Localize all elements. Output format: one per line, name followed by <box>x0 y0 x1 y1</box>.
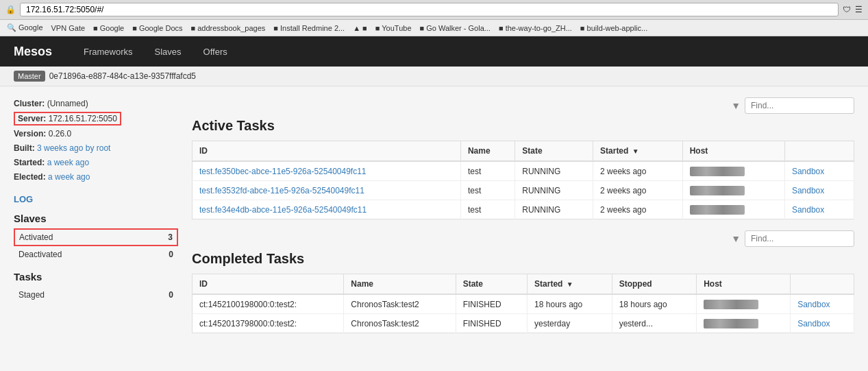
col-state[interactable]: State <box>515 141 593 162</box>
task-host-cell <box>682 200 784 219</box>
active-filter-icon: ▼ <box>731 100 741 111</box>
bookmark-buildweb[interactable]: ■ build-web-applic... <box>578 23 650 33</box>
bookmark-vpn[interactable]: VPN Gate <box>49 23 88 33</box>
built-row: Built: 3 weeks ago by root <box>14 142 178 154</box>
master-badge: Master <box>14 71 45 82</box>
comp-task-name-cell: ChronosTask:test2 <box>344 294 456 314</box>
completed-tasks-table: ID Name State Started ▼ Stopped Host ct:… <box>192 274 854 333</box>
nav-slaves[interactable]: Slaves <box>144 38 193 65</box>
comp-col-state[interactable]: State <box>456 274 527 295</box>
table-row: test.fe3532fd-abce-11e5-926a-52540049fc1… <box>193 181 854 200</box>
host-blurred <box>690 167 745 176</box>
elected-row: Elected: a week ago <box>14 171 178 183</box>
task-id-cell: test.fe350bec-abce-11e5-926a-52540049fc1… <box>193 161 461 181</box>
tasks-heading: Tasks <box>14 271 178 283</box>
task-id-link[interactable]: test.fe350bec-abce-11e5-926a-52540049fc1… <box>199 167 367 176</box>
active-filter-input[interactable] <box>745 97 854 114</box>
col-name[interactable]: Name <box>460 141 514 162</box>
started-value[interactable]: a week ago <box>47 158 89 167</box>
built-label: Built: <box>14 143 35 153</box>
active-tasks-table: ID Name State Started ▼ Host test.fe350b… <box>192 141 854 219</box>
url-bar[interactable] <box>20 3 839 16</box>
completed-tasks-header-row: ID Name State Started ▼ Stopped Host <box>193 274 854 295</box>
task-state-cell: RUNNING <box>515 161 593 181</box>
sort-icon: ▼ <box>632 147 639 155</box>
task-name-cell: test <box>460 161 514 181</box>
table-row: test.fe350bec-abce-11e5-926a-52540049fc1… <box>193 161 854 181</box>
bookmark-b5[interactable]: ▲ ■ <box>350 23 370 33</box>
completed-tasks-filter-bar: ▼ <box>192 230 854 247</box>
cluster-value: (Unnamed) <box>47 99 88 108</box>
task-host-cell <box>682 181 784 200</box>
comp-task-started-cell: 18 hours ago <box>528 294 612 314</box>
bookmarks-bar: 🔍 Google VPN Gate ■ Google ■ Google Docs… <box>0 20 868 36</box>
bookmark-address[interactable]: ■ addressbook_pages <box>188 23 269 33</box>
comp-col-id[interactable]: ID <box>193 274 344 295</box>
col-host[interactable]: Host <box>682 141 784 162</box>
comp-task-stopped-cell: 18 hours ago <box>612 294 697 314</box>
comp-task-id-cell: ct:1452013798000:0:test2: <box>193 314 344 333</box>
sandbox-link[interactable]: Sandbox <box>797 300 830 309</box>
browser-security-icon: 🛡 <box>843 5 851 14</box>
task-action-cell: Sandbox <box>784 161 854 181</box>
bookmark-google[interactable]: 🔍 Google <box>4 23 46 33</box>
nav-frameworks[interactable]: Frameworks <box>73 38 144 65</box>
sandbox-link[interactable]: Sandbox <box>792 186 824 195</box>
host-blurred <box>690 205 745 215</box>
bookmark-gowalker[interactable]: ■ Go Walker - Gola... <box>417 23 493 33</box>
sidebar: Cluster: (Unnamed) Server: 172.16.51.72:… <box>14 97 178 344</box>
bookmark-redmine[interactable]: ■ Install Redmine 2... <box>271 23 347 33</box>
built-value[interactable]: 3 weeks ago by root <box>37 143 110 153</box>
task-started-cell: 2 weeks ago <box>593 181 683 200</box>
deactivated-row: Deactivated 0 <box>14 246 178 263</box>
task-started-cell: 2 weeks ago <box>593 161 683 181</box>
comp-col-action <box>791 274 854 295</box>
started-label: Started: <box>14 158 45 167</box>
bookmark-google2[interactable]: ■ Google <box>90 23 127 33</box>
activated-label: Activated <box>19 232 53 242</box>
task-id-link[interactable]: test.fe3532fd-abce-11e5-926a-52540049fc1… <box>199 186 364 195</box>
browser-bar: 🔒 🛡 ☰ <box>0 0 868 20</box>
bookmark-youtube[interactable]: ■ YouTube <box>373 23 414 33</box>
task-action-cell: Sandbox <box>784 181 854 200</box>
col-id[interactable]: ID <box>193 141 461 162</box>
cluster-row: Cluster: (Unnamed) <box>14 97 178 110</box>
server-label: Server: <box>18 114 46 123</box>
comp-task-state-cell: FINISHED <box>456 314 527 333</box>
nav-offers[interactable]: Offers <box>193 38 238 65</box>
sandbox-link[interactable]: Sandbox <box>792 205 824 215</box>
task-started-cell: 2 weeks ago <box>593 200 683 219</box>
active-tasks-title: Active Tasks <box>192 118 854 134</box>
task-state-cell: RUNNING <box>515 181 593 200</box>
comp-task-state-cell: FINISHED <box>456 294 527 314</box>
nav-logo[interactable]: Mesos <box>14 45 52 59</box>
col-started[interactable]: Started ▼ <box>593 141 683 162</box>
comp-task-name-cell: ChronosTask:test2 <box>344 314 456 333</box>
elected-value[interactable]: a week ago <box>48 172 90 182</box>
sandbox-link[interactable]: Sandbox <box>797 319 830 328</box>
version-value: 0.26.0 <box>49 129 71 139</box>
comp-task-host-cell <box>697 314 791 333</box>
table-row: ct:1452100198000:0:test2: ChronosTask:te… <box>193 294 854 314</box>
main-layout: Cluster: (Unnamed) Server: 172.16.51.72:… <box>0 86 868 355</box>
comp-col-host[interactable]: Host <box>697 274 791 295</box>
col-action <box>784 141 854 162</box>
host-blurred <box>690 186 745 195</box>
version-label: Version: <box>14 129 46 139</box>
comp-col-name[interactable]: Name <box>344 274 456 295</box>
active-tasks-filter-bar: ▼ <box>192 97 854 114</box>
bookmark-gozhbook[interactable]: ■ the-way-to-go_ZH... <box>496 23 575 33</box>
task-state-cell: RUNNING <box>515 200 593 219</box>
comp-col-stopped[interactable]: Stopped <box>612 274 697 295</box>
log-link[interactable]: LOG <box>14 194 178 204</box>
activated-row: Activated 3 <box>14 228 178 246</box>
bookmark-gdocs[interactable]: ■ Google Docs <box>129 23 185 33</box>
sandbox-link[interactable]: Sandbox <box>792 167 824 176</box>
task-id-link[interactable]: test.fe34e4db-abce-11e5-926a-52540049fc1… <box>199 205 367 215</box>
completed-filter-input[interactable] <box>745 230 854 247</box>
activated-count: 3 <box>168 232 173 242</box>
staged-label: Staged <box>18 290 45 300</box>
task-name-cell: test <box>460 181 514 200</box>
comp-col-started[interactable]: Started ▼ <box>528 274 612 295</box>
master-bar: Master 0e71896a-e887-484c-a13e-9357fffaf… <box>0 67 868 86</box>
